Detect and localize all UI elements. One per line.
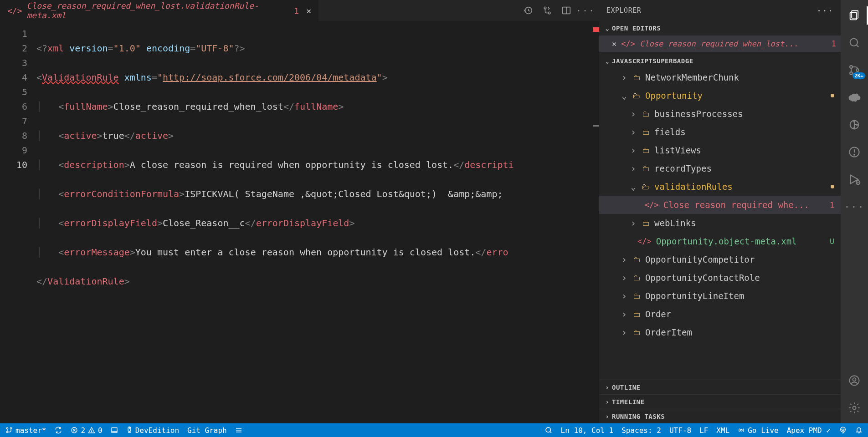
apex-pmd-status[interactable]: Apex PMD ✓ (787, 426, 831, 435)
folder-icon: 🗀 (633, 255, 641, 264)
file-opportunity-object-meta[interactable]: </> Opportunity.object-meta.xml U (599, 232, 841, 250)
svg-point-22 (853, 407, 856, 410)
folder-opportunitycontactrole[interactable]: › 🗀 OpportunityContactRole (599, 269, 841, 287)
chevron-right-icon: › (629, 218, 637, 228)
open-editor-item[interactable]: ✕ </> Close_reason_required_when_lost...… (599, 36, 841, 52)
open-editors-section[interactable]: ⌄ OPEN EDITORS (599, 21, 841, 36)
git-graph-tab-icon[interactable] (846, 117, 863, 133)
folder-listviews[interactable]: › 🗀 listViews (599, 141, 841, 159)
chevron-right-icon: › (603, 413, 612, 420)
xml-file-icon: </> (621, 39, 635, 48)
svg-point-39 (546, 427, 551, 432)
svg-point-2 (548, 12, 550, 14)
chevron-right-icon: › (620, 327, 628, 337)
svg-point-18 (854, 154, 855, 155)
layout-status[interactable] (111, 427, 118, 434)
more-actions-icon[interactable]: ··· (580, 5, 591, 16)
folder-networkmemberchunk[interactable]: › 🗀 NetworkMemberChunk (599, 68, 841, 86)
chevron-right-icon: › (629, 127, 637, 137)
folder-opportunitylineitem[interactable]: › 🗀 OpportunityLineItem (599, 287, 841, 305)
editor-group: </> Close_reason_required_when_lost.vali… (0, 0, 599, 423)
indentation-status[interactable]: Spaces: 2 (621, 426, 661, 435)
code-content[interactable]: <?xml version="1.0" encoding="UTF-8"?> <… (36, 21, 599, 423)
search-status-icon[interactable] (544, 426, 553, 434)
workspace-section[interactable]: ⌄ JAVASCRIPTSUPERBADGE (599, 54, 841, 68)
minimap[interactable] (592, 21, 599, 423)
chevron-down-icon: ⌄ (620, 91, 628, 101)
git-graph-status[interactable]: Git Graph (187, 426, 227, 435)
compare-changes-icon[interactable] (542, 5, 553, 16)
editor-tab-active[interactable]: </> Close_reason_required_when_lost.vali… (0, 0, 319, 21)
svg-point-23 (6, 427, 8, 429)
svg-line-8 (857, 45, 859, 47)
folder-orderitem[interactable]: › 🗀 OrderItem (599, 323, 841, 341)
settings-gear-icon[interactable] (846, 400, 863, 416)
split-editor-icon[interactable] (561, 5, 572, 16)
modified-dot-icon (831, 185, 834, 188)
problem-badge: 1 (830, 201, 834, 209)
xml-file-icon: </> (637, 237, 652, 246)
workspace-name: JAVASCRIPTSUPERBADGE (612, 57, 693, 65)
folder-opportunity[interactable]: ⌄ 🗁 Opportunity (599, 86, 841, 105)
search-tab-icon[interactable] (846, 35, 863, 51)
folder-opportunitycompetitor[interactable]: › 🗀 OpportunityCompetitor (599, 250, 841, 269)
svg-line-40 (550, 432, 551, 433)
explorer-sidebar: EXPLORER ··· ⌄ OPEN EDITORS ✕ </> Close_… (599, 0, 841, 423)
open-editor-filename: Close_reason_required_when_lost... (640, 39, 798, 48)
activity-bar: 2K+ ··· (841, 0, 868, 423)
close-tab-icon[interactable]: ✕ (306, 6, 311, 15)
code-editor[interactable]: 12345678910 <?xml version="1.0" encoding… (0, 21, 599, 423)
minimap-position-marker (593, 125, 599, 127)
go-live-status[interactable]: Go Live (738, 426, 778, 435)
folder-open-icon: 🗁 (633, 91, 641, 100)
outline-section[interactable]: › OUTLINE (599, 380, 841, 394)
account-icon[interactable] (846, 372, 863, 389)
salesforce-tab-icon[interactable] (846, 89, 863, 106)
svg-point-7 (850, 39, 858, 46)
folder-icon: 🗀 (642, 127, 650, 137)
chevron-down-icon: ⌄ (603, 57, 612, 65)
untracked-badge: U (830, 237, 834, 246)
menu-status[interactable] (235, 427, 242, 434)
source-control-tab-icon[interactable]: 2K+ (846, 62, 863, 78)
folder-order[interactable]: › 🗀 Order (599, 305, 841, 323)
warning-tab-icon[interactable] (846, 144, 863, 160)
history-icon[interactable] (523, 5, 534, 16)
line-gutter: 12345678910 (0, 21, 36, 423)
sync-status[interactable] (54, 426, 62, 434)
folder-validationrules[interactable]: ⌄ 🗁 validationRules (599, 178, 841, 196)
folder-weblinks[interactable]: › 🗀 webLinks (599, 214, 841, 232)
folder-icon: 🗀 (633, 73, 641, 82)
open-editor-badge: 1 (832, 39, 836, 48)
run-debug-tab-icon[interactable] (846, 171, 863, 188)
folder-icon: 🗀 (642, 164, 650, 173)
folder-icon: 🗀 (633, 310, 641, 319)
running-tasks-section[interactable]: › RUNNING TASKS (599, 409, 841, 423)
encoding-status[interactable]: UTF-8 (669, 426, 691, 435)
notifications-status-icon[interactable] (855, 427, 863, 434)
language-mode-status[interactable]: XML (716, 426, 729, 435)
folder-fields[interactable]: › 🗀 fields (599, 123, 841, 141)
git-branch-status[interactable]: master* (5, 426, 46, 435)
tab-bar: </> Close_reason_required_when_lost.vali… (0, 0, 599, 21)
modified-dot-icon (831, 94, 834, 97)
explorer-tab-icon[interactable] (846, 7, 863, 24)
problems-status[interactable]: 2 0 (71, 426, 102, 435)
eol-status[interactable]: LF (699, 426, 708, 435)
cursor-position-status[interactable]: Ln 10, Col 1 (561, 426, 614, 435)
chevron-right-icon: › (629, 163, 637, 173)
folder-recordtypes[interactable]: › 🗀 recordTypes (599, 159, 841, 178)
file-tree: › 🗀 NetworkMemberChunk ⌄ 🗁 Opportunity ›… (599, 68, 841, 380)
timeline-section[interactable]: › TIMELINE (599, 394, 841, 409)
folder-open-icon: 🗁 (642, 182, 650, 191)
svg-point-43 (842, 429, 842, 429)
feedback-status-icon[interactable] (839, 426, 847, 434)
explorer-more-icon[interactable]: ··· (816, 5, 833, 16)
svg-point-11 (856, 69, 859, 71)
svg-point-41 (740, 429, 742, 431)
org-status[interactable]: DevEdition (126, 426, 179, 435)
close-editor-icon[interactable]: ✕ (612, 39, 616, 48)
folder-businessprocesses[interactable]: › 🗀 businessProcesses (599, 105, 841, 123)
file-validationrule-xml[interactable]: </> Close_reason_required_whe... 1 (599, 196, 841, 214)
more-tab-icon[interactable]: ··· (846, 198, 863, 215)
